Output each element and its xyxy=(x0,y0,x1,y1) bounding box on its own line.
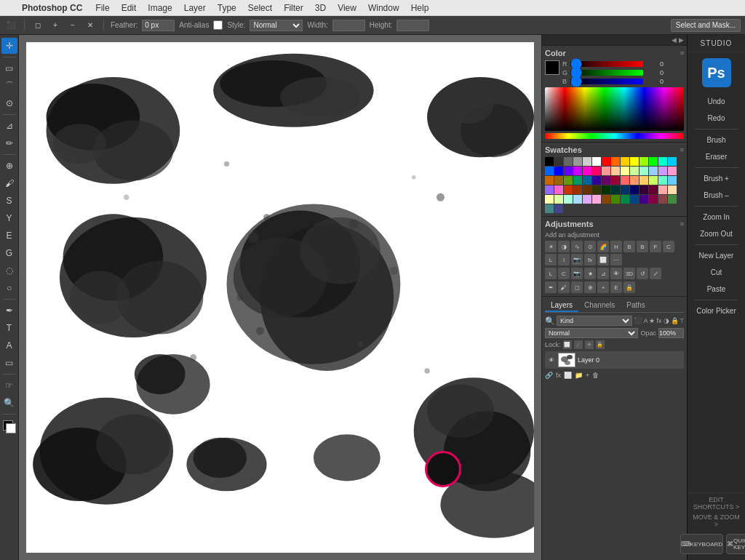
swatch-8[interactable] xyxy=(621,157,629,166)
lock-pixels-icon[interactable]: ⬜ xyxy=(563,340,572,349)
menu-file[interactable]: File xyxy=(89,0,115,16)
opacity-input[interactable] xyxy=(658,328,684,338)
swatches-panel-menu[interactable]: ≡ xyxy=(680,146,684,153)
delete-layer-btn[interactable]: 🗑 xyxy=(592,372,599,379)
menu-filter[interactable]: Filter xyxy=(278,0,309,16)
adj-brightness[interactable]: ☀ xyxy=(545,241,557,252)
swatch-51[interactable] xyxy=(630,185,639,194)
zoom-tool[interactable]: 🔍 xyxy=(1,395,17,411)
adjustments-panel-menu[interactable]: ≡ xyxy=(680,220,684,228)
swatch-60[interactable] xyxy=(583,195,591,204)
studio-eraser[interactable]: Eraser xyxy=(691,149,742,164)
menu-view[interactable]: View xyxy=(332,0,362,16)
swatch-0[interactable] xyxy=(545,157,554,166)
swatch-69[interactable] xyxy=(668,195,677,204)
tool-preset-icon[interactable]: ⬛ xyxy=(4,19,17,32)
filter-kind-select[interactable]: Kind xyxy=(557,316,632,326)
dodge-tool[interactable]: ○ xyxy=(1,280,17,296)
tab-channels[interactable]: Channels xyxy=(578,300,621,312)
select-mask-button[interactable]: Select and Mask... xyxy=(671,19,741,32)
swatch-70[interactable] xyxy=(545,204,554,213)
swatch-56[interactable] xyxy=(545,195,554,204)
adj-black-white[interactable]: B xyxy=(637,241,648,252)
adj-vibrance[interactable]: 🌈 xyxy=(597,241,609,252)
studio-color-picker[interactable]: Color Picker xyxy=(691,303,742,319)
lasso-tool[interactable]: ⌒ xyxy=(1,78,17,94)
filter-icon-6[interactable]: 🔒 xyxy=(671,317,679,324)
menu-select[interactable]: Select xyxy=(242,0,278,16)
lock-position-icon[interactable]: ✛ xyxy=(585,340,594,349)
pen-tool[interactable]: ✒ xyxy=(1,303,17,319)
adj-exposure[interactable]: ⊙ xyxy=(584,241,596,252)
swatch-63[interactable] xyxy=(611,195,620,204)
crop-tool[interactable]: ⊿ xyxy=(1,118,17,134)
new-selection-icon[interactable]: ◻ xyxy=(31,19,44,32)
adj-contrast[interactable]: ◑ xyxy=(558,241,570,252)
new-group-btn[interactable]: 📁 xyxy=(575,372,583,379)
style-select[interactable]: Normal Fixed Ratio Fixed Size xyxy=(250,20,303,31)
swatch-7[interactable] xyxy=(611,157,620,166)
lock-all-icon[interactable]: 🔒 xyxy=(596,340,605,349)
blur-tool[interactable]: ◌ xyxy=(1,263,17,279)
healing-brush-tool[interactable]: ⊕ xyxy=(1,158,17,174)
swatch-22[interactable] xyxy=(621,167,629,175)
filter-icon-2[interactable]: A xyxy=(643,317,648,324)
swatch-27[interactable] xyxy=(668,167,677,175)
color-foreground-preview[interactable] xyxy=(545,60,559,75)
swatch-40[interactable] xyxy=(658,176,667,185)
swatch-58[interactable] xyxy=(564,195,573,204)
swatch-13[interactable] xyxy=(668,157,677,166)
swatch-45[interactable] xyxy=(573,185,582,194)
tab-layers[interactable]: Layers xyxy=(545,300,578,312)
swatch-23[interactable] xyxy=(630,167,639,175)
layer-item-0[interactable]: 👁 Layer 0 xyxy=(545,351,684,369)
swatch-26[interactable] xyxy=(658,167,667,175)
swatch-47[interactable] xyxy=(592,185,601,194)
swatch-6[interactable] xyxy=(602,157,610,166)
hand-tool[interactable]: ☞ xyxy=(1,377,17,393)
filter-icon-3[interactable]: ★ xyxy=(649,317,655,324)
ps-icon[interactable]: Ps xyxy=(702,58,731,87)
swatch-50[interactable] xyxy=(621,185,629,194)
gradient-tool[interactable]: G xyxy=(1,245,17,261)
adj-invert[interactable]: I xyxy=(558,254,570,265)
adj-brush[interactable]: 🖌 xyxy=(558,281,570,293)
adj-more[interactable]: ⋯ xyxy=(610,254,622,265)
adj-hue[interactable]: H xyxy=(610,241,622,252)
menu-image[interactable]: Image xyxy=(142,0,178,16)
adj-pen[interactable]: ✒ xyxy=(545,281,557,293)
link-layers-btn[interactable]: 🔗 xyxy=(545,372,553,379)
studio-brush-plus[interactable]: Brush + xyxy=(691,171,742,186)
background-color[interactable] xyxy=(6,423,16,433)
swatch-59[interactable] xyxy=(573,195,582,204)
color-swatches[interactable] xyxy=(3,420,16,433)
menu-edit[interactable]: Edit xyxy=(116,0,143,16)
move-zoom-link[interactable]: MOVE & ZOOM > xyxy=(690,513,742,528)
eyedropper-tool[interactable]: ✏ xyxy=(1,135,17,151)
swatch-2[interactable] xyxy=(564,157,573,166)
anti-alias-checkbox[interactable] xyxy=(213,20,223,30)
green-slider[interactable] xyxy=(570,70,643,76)
studio-zoom-in[interactable]: Zoom In xyxy=(691,209,742,225)
color-spectrum[interactable] xyxy=(545,87,684,131)
swatch-57[interactable] xyxy=(554,195,563,204)
adj-star[interactable]: ★ xyxy=(584,268,596,279)
swatch-19[interactable] xyxy=(592,167,601,175)
filter-icon-4[interactable]: fx xyxy=(656,317,661,324)
menu-3d[interactable]: 3D xyxy=(309,0,332,16)
adj-select[interactable]: ◻ xyxy=(571,281,583,293)
swatch-29[interactable] xyxy=(554,176,563,185)
swatch-41[interactable] xyxy=(668,176,677,185)
swatch-39[interactable] xyxy=(649,176,658,185)
add-mask-btn[interactable]: ⬜ xyxy=(564,372,572,379)
swatch-12[interactable] xyxy=(658,157,667,166)
studio-new-layer[interactable]: New Layer xyxy=(691,248,742,263)
menu-help[interactable]: Help xyxy=(405,0,435,16)
swatch-62[interactable] xyxy=(602,195,610,204)
path-selection-tool[interactable]: A xyxy=(1,337,17,353)
swatch-53[interactable] xyxy=(649,185,658,194)
adj-3d[interactable]: 3D xyxy=(624,268,635,279)
color-panel-menu[interactable]: ≡ xyxy=(680,49,684,57)
swatch-36[interactable] xyxy=(621,176,629,185)
adj-eye[interactable]: 👁 xyxy=(610,268,622,279)
